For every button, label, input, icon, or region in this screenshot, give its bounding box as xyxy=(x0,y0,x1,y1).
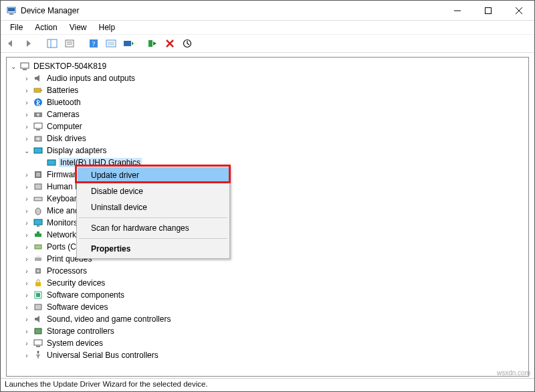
expand-icon[interactable]: › xyxy=(23,75,31,82)
collapse-icon[interactable]: ⌄ xyxy=(23,147,31,155)
node-label: System devices xyxy=(45,338,104,348)
node-software-devices[interactable]: ›Software devices xyxy=(8,301,527,313)
disable-device-button[interactable] xyxy=(163,36,177,51)
svg-rect-40 xyxy=(37,225,39,227)
menu-action[interactable]: Action xyxy=(29,21,62,33)
node-label: Audio inputs and outputs xyxy=(45,74,136,83)
expand-icon[interactable]: › xyxy=(23,352,31,359)
printer-icon xyxy=(33,254,43,264)
expand-icon[interactable]: › xyxy=(23,304,31,311)
svg-rect-7 xyxy=(47,39,57,47)
expand-icon[interactable]: › xyxy=(23,219,31,227)
node-display-adapters[interactable]: ⌄Display adapters xyxy=(8,144,527,157)
svg-rect-29 xyxy=(36,129,40,130)
expand-icon[interactable]: › xyxy=(23,340,31,347)
expand-icon[interactable]: › xyxy=(23,256,31,263)
node-label: Disk drives xyxy=(45,134,88,143)
svg-rect-17 xyxy=(148,40,152,47)
computer-icon xyxy=(19,61,30,72)
update-driver-button[interactable] xyxy=(121,36,136,51)
ctx-scan-hardware[interactable]: Scan for hardware changes xyxy=(78,220,229,236)
back-button[interactable] xyxy=(3,36,18,51)
node-system[interactable]: ›System devices xyxy=(8,337,527,349)
node-cameras[interactable]: ›Cameras xyxy=(8,108,527,120)
expand-icon[interactable]: › xyxy=(23,328,31,335)
expand-icon[interactable]: › xyxy=(23,268,31,275)
expand-icon[interactable]: › xyxy=(23,87,31,94)
svg-point-31 xyxy=(37,138,39,140)
collapse-icon[interactable]: ⌄ xyxy=(9,63,17,70)
help-button[interactable]: ? xyxy=(86,36,101,51)
expand-icon[interactable]: › xyxy=(23,99,31,106)
enable-device-button[interactable] xyxy=(145,36,160,51)
svg-rect-21 xyxy=(21,63,29,68)
menubar: File Action View Help xyxy=(1,21,534,34)
maximize-button[interactable] xyxy=(473,1,504,21)
properties-button[interactable] xyxy=(62,36,77,51)
disk-icon xyxy=(33,133,43,144)
svg-rect-45 xyxy=(36,256,40,258)
svg-rect-43 xyxy=(35,245,41,249)
menu-help[interactable]: Help xyxy=(94,21,121,33)
expand-icon[interactable]: › xyxy=(23,123,31,130)
expand-icon[interactable]: › xyxy=(23,111,31,118)
expand-icon[interactable]: › xyxy=(23,183,31,191)
context-menu: Update driver Disable device Uninstall d… xyxy=(76,165,230,259)
expand-icon[interactable]: › xyxy=(23,195,31,203)
node-storage-controllers[interactable]: ›Storage controllers xyxy=(8,325,527,337)
node-software-components[interactable]: ›Software components xyxy=(8,289,527,301)
svg-rect-51 xyxy=(35,304,41,310)
ctx-disable-device[interactable]: Disable device xyxy=(78,183,229,199)
svg-rect-35 xyxy=(36,173,40,177)
node-sound[interactable]: ›Sound, video and game controllers xyxy=(8,313,527,325)
node-usb[interactable]: ›Universal Serial Bus controllers xyxy=(8,349,527,361)
node-computer[interactable]: ›Computer xyxy=(8,120,527,132)
node-label: Batteries xyxy=(45,86,80,95)
ctx-properties[interactable]: Properties xyxy=(78,241,229,257)
svg-rect-44 xyxy=(35,258,41,261)
root-label: DESKTOP-504K819 xyxy=(32,62,108,71)
svg-point-27 xyxy=(37,114,39,116)
forward-button[interactable] xyxy=(21,36,35,51)
expand-icon[interactable]: › xyxy=(23,135,31,142)
toolbar: ? xyxy=(1,34,534,53)
menu-file[interactable]: File xyxy=(5,21,28,33)
node-label: Universal Serial Bus controllers xyxy=(45,351,160,360)
bluetooth-icon xyxy=(33,97,43,108)
close-button[interactable] xyxy=(504,1,534,21)
node-label: Sound, video and game controllers xyxy=(45,314,172,324)
node-bluetooth[interactable]: ›Bluetooth xyxy=(8,96,527,108)
svg-rect-47 xyxy=(37,270,39,272)
svg-rect-39 xyxy=(34,219,42,225)
node-label: Bluetooth xyxy=(45,98,82,107)
menu-view[interactable]: View xyxy=(64,21,92,33)
svg-rect-1 xyxy=(8,8,15,11)
node-audio[interactable]: ›Audio inputs and outputs xyxy=(8,72,527,84)
minimize-button[interactable] xyxy=(442,1,473,21)
scan-button[interactable] xyxy=(104,36,118,51)
expand-icon[interactable]: › xyxy=(23,207,31,215)
svg-rect-50 xyxy=(36,293,40,297)
monitor-icon xyxy=(33,217,43,228)
node-security[interactable]: ›Security devices xyxy=(8,277,527,289)
svg-point-55 xyxy=(37,351,39,353)
expand-icon[interactable]: › xyxy=(23,243,31,251)
svg-text:?: ? xyxy=(92,39,96,47)
ctx-uninstall-device[interactable]: Uninstall device xyxy=(78,199,229,215)
node-batteries[interactable]: ›Batteries xyxy=(8,84,527,96)
root-node[interactable]: ⌄ DESKTOP-504K819 xyxy=(8,60,527,72)
speaker-icon xyxy=(33,73,43,84)
node-processors[interactable]: ›Processors xyxy=(8,265,527,277)
uninstall-device-button[interactable] xyxy=(180,36,195,51)
node-disk[interactable]: ›Disk drives xyxy=(8,132,527,144)
node-label: Display adapters xyxy=(45,146,108,155)
expand-icon[interactable]: › xyxy=(23,280,31,287)
expand-icon[interactable]: › xyxy=(23,292,31,299)
show-hide-console-button[interactable] xyxy=(45,36,60,51)
svg-rect-24 xyxy=(41,90,42,91)
expand-icon[interactable]: › xyxy=(23,231,31,239)
storage-icon xyxy=(33,326,43,336)
expand-icon[interactable]: › xyxy=(23,316,31,323)
ctx-update-driver[interactable]: Update driver xyxy=(78,167,229,183)
expand-icon[interactable]: › xyxy=(23,171,31,179)
